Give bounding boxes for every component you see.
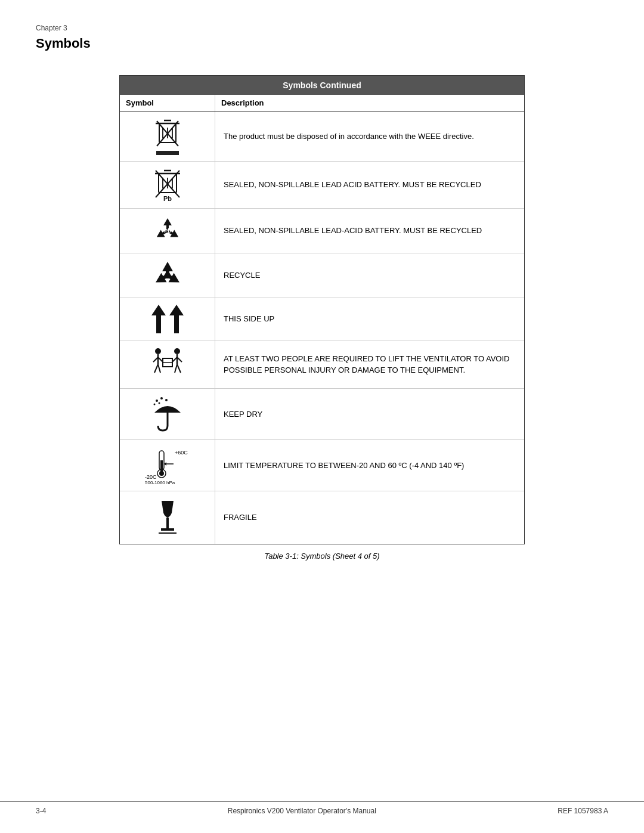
desc-cell-keep-dry: KEEP DRY	[215, 402, 524, 426]
this-side-up-icon	[151, 305, 184, 333]
col-desc-header: Description	[215, 95, 524, 111]
svg-text:Pb: Pb	[164, 228, 171, 234]
lead-acid-recycle-icon: Pb	[151, 215, 184, 247]
desc-cell-lead-acid-bin: SEALED, NON-SPILLABLE LEAD ACID BATTERY.…	[215, 173, 524, 197]
symbol-cell-two-people	[120, 340, 215, 388]
weee-icon	[153, 117, 182, 155]
table-caption: Table 3-1: Symbols (Sheet 4 of 5)	[36, 552, 608, 561]
chapter-label: Chapter 3	[36, 24, 608, 32]
svg-point-35	[153, 404, 155, 405]
svg-point-26	[174, 348, 180, 354]
footer-document-title: Respironics V200 Ventilator Operator's M…	[228, 807, 376, 815]
temperature-icon: +60C -20C 500-1060 hPa	[144, 446, 191, 485]
page-footer: 3-4 Respironics V200 Ventilator Operator…	[0, 801, 644, 815]
footer-ref-number: REF 1057983 A	[558, 807, 608, 815]
table-row: THIS SIDE UP	[120, 298, 524, 340]
arrow-head	[169, 305, 184, 315]
symbol-cell-lead-acid-recycle: Pb	[120, 209, 215, 253]
desc-cell-this-side-up: THIS SIDE UP	[215, 307, 524, 331]
recycle-icon	[151, 259, 184, 292]
symbol-cell-weee	[120, 112, 215, 161]
svg-rect-47	[166, 518, 169, 528]
symbol-cell-fragile	[120, 491, 215, 544]
col-symbol-header: Symbol	[120, 95, 215, 111]
symbol-cell-lead-acid-bin: Pb	[120, 162, 215, 208]
svg-rect-48	[161, 528, 174, 531]
svg-point-18	[155, 348, 161, 354]
page-title: Symbols	[36, 36, 608, 51]
svg-point-32	[156, 400, 158, 402]
col-headers: Symbol Description	[120, 95, 524, 112]
table-row: The product must be disposed of in accor…	[120, 112, 524, 162]
weee-bar	[156, 151, 179, 155]
table-row: KEEP DRY	[120, 389, 524, 440]
svg-text:-20C: -20C	[145, 474, 157, 480]
svg-line-30	[175, 364, 177, 373]
arrow-up-right	[169, 305, 184, 333]
table-row: Pb SEALED, NON-SPILLABLE LEAD-ACID BATTE…	[120, 209, 524, 253]
svg-point-41	[159, 471, 164, 476]
symbols-table: Symbols Continued Symbol Description	[119, 75, 525, 544]
svg-text:+60C: +60C	[175, 450, 188, 456]
fragile-icon	[153, 497, 182, 538]
page-container: Chapter 3 Symbols Symbols Continued Symb…	[0, 0, 644, 833]
table-header: Symbols Continued	[120, 76, 524, 95]
svg-text:Pb: Pb	[163, 195, 171, 202]
svg-line-23	[158, 364, 160, 373]
table-row: Pb SEALED, NON-SPILLABLE LEAD ACID BATTE…	[120, 162, 524, 209]
svg-point-36	[158, 402, 160, 404]
arrow-up-left	[151, 305, 166, 333]
symbol-cell-temperature: +60C -20C 500-1060 hPa	[120, 440, 215, 491]
arrow-head	[151, 305, 166, 315]
table-row: AT LEAST TWO PEOPLE ARE REQUIRED TO LIFT…	[120, 340, 524, 389]
desc-cell-temperature: LIMIT TEMPERATURE TO BETWEEN-20 AND 60 º…	[215, 454, 524, 478]
table-row: +60C -20C 500-1060 hPa LIMIT TEMPERATURE…	[120, 440, 524, 491]
desc-cell-fragile: FRAGILE	[215, 506, 524, 529]
desc-cell-lead-acid-recycle: SEALED, NON-SPILLABLE LEAD-ACID BATTERY.…	[215, 219, 524, 243]
desc-cell-weee: The product must be disposed of in accor…	[215, 125, 524, 148]
desc-cell-two-people: AT LEAST TWO PEOPLE ARE REQUIRED TO LIFT…	[215, 347, 524, 382]
arrow-shaft	[156, 315, 161, 333]
svg-line-31	[177, 364, 181, 373]
svg-line-22	[154, 364, 158, 373]
svg-text:500-1060 hPa: 500-1060 hPa	[145, 480, 175, 485]
symbol-cell-keep-dry	[120, 389, 215, 439]
footer-page-number: 3-4	[36, 807, 46, 815]
keep-dry-icon	[150, 395, 185, 433]
symbol-cell-this-side-up	[120, 298, 215, 340]
two-people-lifting-icon	[150, 346, 185, 382]
desc-cell-recycle: RECYCLE	[215, 264, 524, 287]
table-row: FRAGILE	[120, 491, 524, 544]
svg-point-34	[165, 399, 168, 401]
arrow-shaft	[174, 315, 179, 333]
svg-point-33	[160, 397, 163, 400]
table-row: RECYCLE	[120, 253, 524, 298]
symbol-cell-recycle	[120, 253, 215, 298]
